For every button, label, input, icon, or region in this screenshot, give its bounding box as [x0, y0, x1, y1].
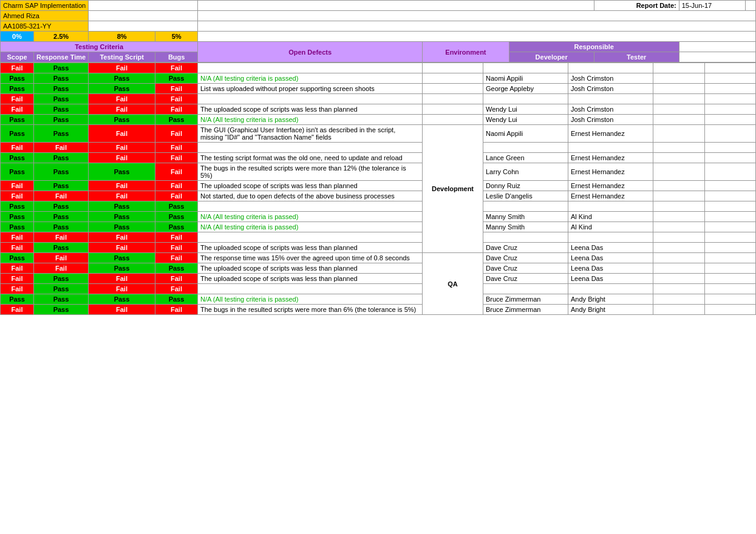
- extra-col-1: [653, 274, 705, 284]
- bugs-cell: Fail: [155, 232, 198, 243]
- scope-cell: Pass: [1, 153, 34, 163]
- scope-cell: Pass: [1, 125, 34, 143]
- script-cell: Fail: [89, 232, 155, 243]
- col-script-header: Testing Script: [89, 52, 155, 63]
- scope-cell: Pass: [1, 201, 34, 212]
- bugs-cell: Fail: [155, 181, 198, 191]
- bugs-cell: Pass: [155, 294, 198, 305]
- extra-col-1: [653, 163, 705, 181]
- scope-cell: Pass: [1, 294, 34, 305]
- defects-cell: [198, 63, 423, 73]
- script-cell: Pass: [89, 73, 155, 84]
- bugs-cell: Pass: [155, 263, 198, 274]
- developer-cell: [483, 284, 568, 294]
- developer-cell: Dave Cruz: [483, 253, 568, 263]
- table-row: PassPassFailFailThe testing script forma…: [1, 153, 756, 163]
- extra-col-1: [653, 232, 705, 243]
- bugs-cell: Fail: [155, 143, 198, 153]
- response-cell: Fail: [34, 263, 89, 274]
- script-cell: Pass: [89, 84, 155, 94]
- defects-cell: The uploaded scope of scripts was less t…: [198, 274, 423, 284]
- bugs-cell: Fail: [155, 253, 198, 263]
- extra-col-1: [653, 181, 705, 191]
- developer-cell: Wendy Lui: [483, 115, 568, 125]
- scope-cell: Fail: [1, 63, 34, 73]
- bugs-cell: Fail: [155, 191, 198, 201]
- scope-cell: Fail: [1, 104, 34, 115]
- developer-cell: [483, 63, 568, 73]
- tester-cell: Josh Crimston: [568, 73, 653, 84]
- extra-col-2: [704, 153, 756, 163]
- empty-3: [198, 11, 756, 21]
- table-row: FailFailFailFail: [1, 232, 756, 243]
- developer-cell: Naomi Appili: [483, 125, 568, 143]
- developer-cell: Dave Cruz: [483, 274, 568, 284]
- extra-col-1: [653, 284, 705, 294]
- script-cell: Pass: [89, 222, 155, 232]
- tester-cell: Josh Crimston: [568, 104, 653, 115]
- extra-col-1: [653, 104, 705, 115]
- defects-cell: [198, 143, 423, 153]
- response-cell: Fail: [34, 253, 89, 263]
- response-cell: Pass: [34, 153, 89, 163]
- defects-cell: The GUI (Graphical User Interface) isn't…: [198, 125, 423, 143]
- response-cell: Pass: [34, 181, 89, 191]
- developer-cell: [483, 232, 568, 243]
- environment-cell: [423, 63, 483, 73]
- extra-col-2: [704, 163, 756, 181]
- empty-pct: [198, 32, 756, 42]
- defects-cell: The bugs in the resulted scripts were mo…: [198, 305, 423, 315]
- extra-col-2: [704, 232, 756, 243]
- tester-cell: Leena Das: [568, 243, 653, 253]
- author-cell: Ahmed Riza: [1, 11, 89, 21]
- tester-cell: Ernest Hernandez: [568, 163, 653, 181]
- developer-cell: George Appleby: [483, 84, 568, 94]
- extra-col-1: [653, 212, 705, 222]
- extra-col-1: [653, 201, 705, 212]
- scope-cell: Fail: [1, 181, 34, 191]
- empty-top-2: [198, 1, 594, 11]
- extra-col-2: [704, 115, 756, 125]
- script-cell: Pass: [89, 294, 155, 305]
- defects-cell: The uploaded scope of scripts was less t…: [198, 181, 423, 191]
- developer-cell: Wendy Lui: [483, 104, 568, 115]
- response-cell: Fail: [34, 143, 89, 153]
- header-row-3: AA1085-321-YY: [1, 21, 756, 32]
- bugs-cell: Fail: [155, 84, 198, 94]
- bugs-cell: Fail: [155, 125, 198, 143]
- developer-cell: Dave Cruz: [483, 263, 568, 274]
- script-cell: Pass: [89, 115, 155, 125]
- response-cell: Pass: [34, 63, 89, 73]
- script-cell: Fail: [89, 181, 155, 191]
- table-row: PassPassPassPass: [1, 201, 756, 212]
- extra-col-1: [653, 253, 705, 263]
- defects-cell: [198, 232, 423, 243]
- table-row: PassFailPassFailThe response time was 15…: [1, 253, 756, 263]
- extra-col-1: [653, 263, 705, 274]
- response-cell: Pass: [34, 201, 89, 212]
- responsible-header: Responsible: [509, 42, 679, 52]
- percentage-row: 0% 2.5% 8% 5%: [1, 32, 756, 42]
- pct-1: 2.5%: [34, 32, 89, 42]
- extra-col-1: [653, 115, 705, 125]
- script-cell: Fail: [89, 305, 155, 315]
- extra-col-1: [653, 305, 705, 315]
- scope-cell: Fail: [1, 191, 34, 201]
- extra-col-2: [704, 84, 756, 94]
- defects-cell: [198, 94, 423, 104]
- response-cell: Pass: [34, 125, 89, 143]
- defects-cell: Not started, due to open defects of the …: [198, 191, 423, 201]
- response-cell: Pass: [34, 274, 89, 284]
- extra-col-2: [704, 94, 756, 104]
- table-row: FailPassFailFailThe uploaded scope of sc…: [1, 243, 756, 253]
- response-cell: Pass: [34, 84, 89, 94]
- defects-cell: [198, 284, 423, 294]
- report-date-label: Report Date:: [594, 1, 679, 11]
- tester-cell: Leena Das: [568, 253, 653, 263]
- table-row: PassPassPassPassN/A (All testing criteri…: [1, 73, 756, 84]
- defects-cell: The testing script format was the old on…: [198, 153, 423, 163]
- scope-cell: Fail: [1, 274, 34, 284]
- extra-col-2: [704, 284, 756, 294]
- empty-top-1: [89, 1, 198, 11]
- table-row: FailPassFailFail: [1, 94, 756, 104]
